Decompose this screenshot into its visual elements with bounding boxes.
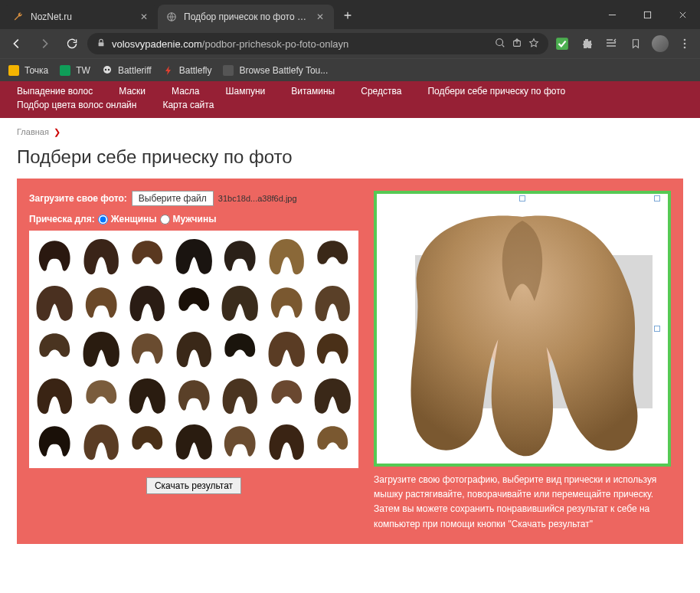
gender-label: Прическа для: xyxy=(29,214,95,224)
hair-option[interactable] xyxy=(172,326,217,372)
radio-female[interactable] xyxy=(98,215,108,224)
hair-option[interactable] xyxy=(32,234,77,279)
minimize-button[interactable] xyxy=(594,2,630,27)
hair-option[interactable] xyxy=(310,326,355,372)
upload-label: Загрузите свое фото: xyxy=(29,193,127,204)
hair-overlay[interactable] xyxy=(377,201,668,462)
bookmark-gray-icon xyxy=(222,64,234,77)
hair-option[interactable] xyxy=(32,280,77,326)
hair-option[interactable] xyxy=(218,280,263,326)
hair-grid xyxy=(29,231,358,467)
bookmark-icon[interactable] xyxy=(625,33,646,54)
upload-row: Загрузите свое фото: Выберите файл 31bc1… xyxy=(29,191,358,206)
share-icon[interactable] xyxy=(512,38,522,51)
nav-link[interactable]: Подбери себе прическу по фото xyxy=(427,86,565,97)
close-icon[interactable]: ✕ xyxy=(314,11,326,23)
resize-handle-n[interactable] xyxy=(519,195,525,201)
hair-option[interactable] xyxy=(172,373,217,418)
lightning-icon xyxy=(162,64,175,77)
forward-button[interactable] xyxy=(32,31,57,56)
hair-option[interactable] xyxy=(125,419,170,464)
reload-button[interactable] xyxy=(60,31,84,56)
hair-option[interactable] xyxy=(218,419,263,464)
nav-link[interactable]: Шампуни xyxy=(226,86,266,97)
nav-link[interactable]: Масла xyxy=(172,86,199,97)
nav-link[interactable]: Выпадение волос xyxy=(17,86,93,97)
hair-option[interactable] xyxy=(218,326,263,372)
nav-link[interactable]: Подбор цвета волос онлайн xyxy=(17,100,136,110)
breadcrumb-link[interactable]: Главная xyxy=(17,127,49,136)
hair-option[interactable] xyxy=(32,373,77,418)
nav-link[interactable]: Карта сайта xyxy=(162,100,214,110)
label-male[interactable]: Мужчины xyxy=(173,214,217,224)
svg-point-3 xyxy=(496,38,503,45)
hair-option[interactable] xyxy=(172,419,217,464)
avatar[interactable] xyxy=(649,33,671,54)
skull-icon xyxy=(101,64,113,77)
hair-option[interactable] xyxy=(125,326,170,372)
hair-option[interactable] xyxy=(310,280,355,326)
hair-option[interactable] xyxy=(172,280,217,326)
hair-option[interactable] xyxy=(264,373,309,418)
wrench-icon xyxy=(12,11,25,23)
bookmark-item[interactable]: Battleriff xyxy=(101,64,152,77)
hair-option[interactable] xyxy=(264,234,309,279)
close-window-button[interactable] xyxy=(665,2,700,27)
radio-male[interactable] xyxy=(160,215,170,224)
tab-hairstyle[interactable]: Подбор причесок по фото онла ✕ xyxy=(158,5,334,29)
hairstyle-panel: Загрузите свое фото: Выберите файл 31bc1… xyxy=(17,179,683,544)
download-button[interactable]: Скачать результат xyxy=(146,477,241,494)
hair-option[interactable] xyxy=(218,234,263,279)
extension-check-icon[interactable] xyxy=(551,33,573,54)
preview-box[interactable] xyxy=(374,191,671,467)
nav-link[interactable]: Маски xyxy=(119,86,146,97)
nav-link[interactable]: Витамины xyxy=(291,86,335,97)
new-tab-button[interactable] xyxy=(337,5,358,26)
hair-option[interactable] xyxy=(310,373,355,418)
resize-handle-ne[interactable] xyxy=(654,195,660,201)
hair-option[interactable] xyxy=(79,280,124,326)
hair-option[interactable] xyxy=(125,234,170,279)
hair-option[interactable] xyxy=(172,234,217,279)
hair-option[interactable] xyxy=(79,326,124,372)
address-bar[interactable]: volosvypadenie.com/podbor-prichesok-po-f… xyxy=(87,33,548,54)
hair-option[interactable] xyxy=(32,326,77,372)
menu-button[interactable] xyxy=(674,33,695,54)
hair-option[interactable] xyxy=(264,326,309,372)
extension-puzzle-icon[interactable] xyxy=(576,33,597,54)
svg-point-13 xyxy=(108,68,110,70)
hair-option[interactable] xyxy=(264,419,309,464)
tab-noznet[interactable]: NozNet.ru ✕ xyxy=(5,5,158,29)
hair-option[interactable] xyxy=(310,234,355,279)
choose-file-button[interactable]: Выберите файл xyxy=(132,191,214,206)
hair-option[interactable] xyxy=(218,373,263,418)
window-controls xyxy=(594,2,700,27)
maximize-button[interactable] xyxy=(630,2,665,27)
hair-option[interactable] xyxy=(125,280,170,326)
zoom-icon[interactable] xyxy=(495,38,505,51)
hair-option[interactable] xyxy=(79,373,124,418)
bookmark-green-icon xyxy=(59,64,71,77)
hair-grid-scroll[interactable] xyxy=(29,231,358,468)
svg-rect-2 xyxy=(99,42,104,46)
close-icon[interactable]: ✕ xyxy=(138,11,150,23)
nav-link[interactable]: Средства xyxy=(361,86,401,97)
star-icon[interactable] xyxy=(528,38,539,51)
bookmarks-bar: Точка TW Battleriff Battlefly Browse Bat… xyxy=(0,58,700,81)
hair-option[interactable] xyxy=(79,419,124,464)
hair-option[interactable] xyxy=(264,280,309,326)
svg-point-6 xyxy=(684,39,686,41)
label-female[interactable]: Женщины xyxy=(111,214,157,224)
bookmark-item[interactable]: TW xyxy=(59,64,90,77)
bookmark-item[interactable]: Browse Battlefy Tou... xyxy=(222,64,328,77)
bookmark-item[interactable]: Точка xyxy=(8,64,48,77)
hair-option[interactable] xyxy=(79,234,124,279)
bookmark-item[interactable]: Battlefly xyxy=(162,64,212,77)
hair-option[interactable] xyxy=(125,373,170,418)
hair-option[interactable] xyxy=(310,419,355,464)
resize-handle-e[interactable] xyxy=(654,326,660,332)
svg-point-12 xyxy=(105,68,106,70)
reading-list-icon[interactable] xyxy=(600,33,622,54)
back-button[interactable] xyxy=(5,31,29,56)
hair-option[interactable] xyxy=(32,419,77,464)
